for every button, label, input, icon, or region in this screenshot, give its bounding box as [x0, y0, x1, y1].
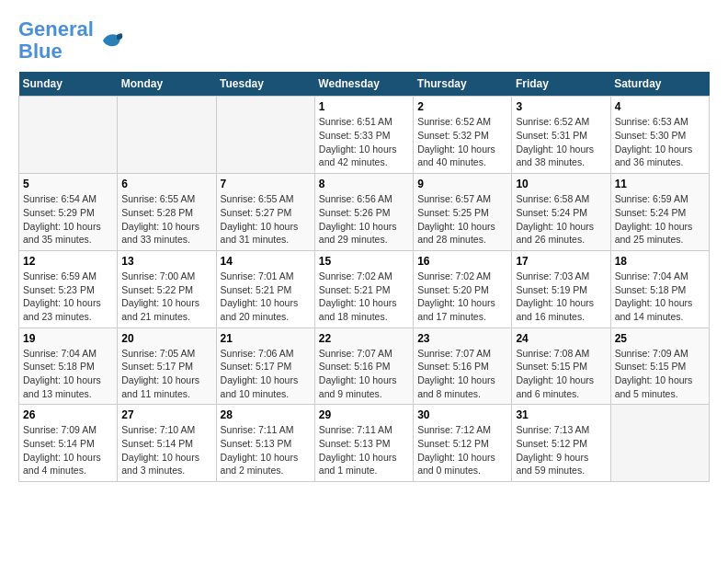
day-number: 5	[23, 178, 113, 190]
day-number: 30	[417, 408, 507, 421]
calendar-cell: 19Sunrise: 7:04 AM Sunset: 5:18 PM Dayli…	[19, 327, 118, 405]
day-number: 27	[121, 408, 211, 421]
day-number: 21	[221, 332, 311, 345]
calendar-cell	[19, 97, 118, 174]
day-number: 23	[417, 332, 507, 345]
day-info: Sunrise: 7:11 AM Sunset: 5:13 PM Dayligh…	[221, 423, 311, 477]
day-number: 18	[615, 255, 705, 268]
day-info: Sunrise: 6:55 AM Sunset: 5:27 PM Dayligh…	[221, 192, 311, 247]
day-info: Sunrise: 6:55 AM Sunset: 5:28 PM Dayligh…	[121, 192, 211, 247]
col-header-saturday: Saturday	[610, 72, 709, 97]
day-info: Sunrise: 7:12 AM Sunset: 5:12 PM Dayligh…	[417, 423, 507, 477]
day-number: 3	[516, 100, 606, 113]
calendar-cell: 22Sunrise: 7:07 AM Sunset: 5:16 PM Dayli…	[314, 327, 413, 405]
day-info: Sunrise: 7:03 AM Sunset: 5:19 PM Dayligh…	[516, 270, 606, 324]
day-info: Sunrise: 7:09 AM Sunset: 5:14 PM Dayligh…	[23, 423, 113, 477]
calendar-cell: 12Sunrise: 6:59 AM Sunset: 5:23 PM Dayli…	[19, 250, 118, 327]
logo-text: General Blue	[18, 18, 94, 63]
day-info: Sunrise: 6:59 AM Sunset: 5:23 PM Dayligh…	[23, 270, 113, 324]
calendar-cell: 5Sunrise: 6:54 AM Sunset: 5:29 PM Daylig…	[19, 174, 118, 251]
calendar-cell: 27Sunrise: 7:10 AM Sunset: 5:14 PM Dayli…	[118, 405, 216, 482]
day-info: Sunrise: 7:13 AM Sunset: 5:12 PM Dayligh…	[516, 423, 606, 477]
day-number: 4	[615, 100, 705, 113]
calendar-cell: 8Sunrise: 6:56 AM Sunset: 5:26 PM Daylig…	[314, 174, 413, 251]
day-info: Sunrise: 7:04 AM Sunset: 5:18 PM Dayligh…	[23, 347, 113, 401]
week-row-3: 12Sunrise: 6:59 AM Sunset: 5:23 PM Dayli…	[19, 250, 710, 327]
day-number: 11	[615, 178, 705, 190]
day-number: 8	[319, 178, 409, 190]
day-info: Sunrise: 6:57 AM Sunset: 5:25 PM Dayligh…	[417, 192, 507, 247]
col-header-thursday: Thursday	[414, 72, 512, 97]
day-number: 28	[221, 408, 311, 421]
day-info: Sunrise: 6:52 AM Sunset: 5:32 PM Dayligh…	[417, 115, 507, 169]
day-info: Sunrise: 7:10 AM Sunset: 5:14 PM Dayligh…	[121, 423, 211, 477]
col-header-wednesday: Wednesday	[314, 72, 413, 97]
calendar-cell: 26Sunrise: 7:09 AM Sunset: 5:14 PM Dayli…	[19, 405, 118, 482]
day-info: Sunrise: 6:54 AM Sunset: 5:29 PM Dayligh…	[23, 192, 113, 247]
page: General Blue SundayMondayTuesdayWednesda…	[0, 0, 728, 491]
day-info: Sunrise: 7:05 AM Sunset: 5:17 PM Dayligh…	[121, 347, 211, 401]
header: General Blue	[18, 18, 710, 63]
calendar-body: 1Sunrise: 6:51 AM Sunset: 5:33 PM Daylig…	[19, 97, 710, 482]
day-info: Sunrise: 6:56 AM Sunset: 5:26 PM Dayligh…	[319, 192, 409, 247]
calendar-cell: 2Sunrise: 6:52 AM Sunset: 5:32 PM Daylig…	[414, 97, 512, 174]
week-row-4: 19Sunrise: 7:04 AM Sunset: 5:18 PM Dayli…	[19, 327, 710, 405]
calendar-cell: 7Sunrise: 6:55 AM Sunset: 5:27 PM Daylig…	[216, 174, 314, 251]
calendar-cell: 14Sunrise: 7:01 AM Sunset: 5:21 PM Dayli…	[216, 250, 314, 327]
day-number: 14	[221, 255, 311, 268]
calendar-table: SundayMondayTuesdayWednesdayThursdayFrid…	[18, 72, 710, 482]
day-number: 9	[417, 178, 507, 190]
calendar-cell: 31Sunrise: 7:13 AM Sunset: 5:12 PM Dayli…	[512, 405, 610, 482]
calendar-cell: 9Sunrise: 6:57 AM Sunset: 5:25 PM Daylig…	[414, 174, 512, 251]
logo-bird-icon	[97, 27, 125, 54]
day-number: 13	[121, 255, 211, 268]
logo-blue: Blue	[18, 40, 63, 63]
calendar-cell: 23Sunrise: 7:07 AM Sunset: 5:16 PM Dayli…	[414, 327, 512, 405]
calendar-cell: 24Sunrise: 7:08 AM Sunset: 5:15 PM Dayli…	[512, 327, 610, 405]
calendar-cell: 15Sunrise: 7:02 AM Sunset: 5:21 PM Dayli…	[314, 250, 413, 327]
calendar-cell: 13Sunrise: 7:00 AM Sunset: 5:22 PM Dayli…	[118, 250, 216, 327]
day-number: 2	[417, 100, 507, 113]
day-info: Sunrise: 7:07 AM Sunset: 5:16 PM Dayligh…	[417, 347, 507, 401]
day-number: 20	[121, 332, 211, 345]
day-info: Sunrise: 7:06 AM Sunset: 5:17 PM Dayligh…	[221, 347, 311, 401]
day-info: Sunrise: 7:08 AM Sunset: 5:15 PM Dayligh…	[516, 347, 606, 401]
calendar-cell: 1Sunrise: 6:51 AM Sunset: 5:33 PM Daylig…	[314, 97, 413, 174]
calendar-cell: 29Sunrise: 7:11 AM Sunset: 5:13 PM Dayli…	[314, 405, 413, 482]
day-info: Sunrise: 7:09 AM Sunset: 5:15 PM Dayligh…	[615, 347, 705, 401]
day-number: 29	[319, 408, 409, 421]
calendar-cell: 3Sunrise: 6:52 AM Sunset: 5:31 PM Daylig…	[512, 97, 610, 174]
calendar-cell: 25Sunrise: 7:09 AM Sunset: 5:15 PM Dayli…	[610, 327, 709, 405]
day-number: 25	[615, 332, 705, 345]
day-number: 31	[516, 408, 606, 421]
day-info: Sunrise: 7:11 AM Sunset: 5:13 PM Dayligh…	[319, 423, 409, 477]
calendar-cell: 4Sunrise: 6:53 AM Sunset: 5:30 PM Daylig…	[610, 97, 709, 174]
day-info: Sunrise: 6:51 AM Sunset: 5:33 PM Dayligh…	[319, 115, 409, 169]
calendar-cell	[216, 97, 314, 174]
day-info: Sunrise: 7:00 AM Sunset: 5:22 PM Dayligh…	[121, 270, 211, 324]
day-info: Sunrise: 6:58 AM Sunset: 5:24 PM Dayligh…	[516, 192, 606, 247]
col-header-tuesday: Tuesday	[216, 72, 314, 97]
week-row-5: 26Sunrise: 7:09 AM Sunset: 5:14 PM Dayli…	[19, 405, 710, 482]
day-number: 12	[23, 255, 113, 268]
day-info: Sunrise: 6:59 AM Sunset: 5:24 PM Dayligh…	[615, 192, 705, 247]
calendar-cell: 16Sunrise: 7:02 AM Sunset: 5:20 PM Dayli…	[414, 250, 512, 327]
calendar-cell: 17Sunrise: 7:03 AM Sunset: 5:19 PM Dayli…	[512, 250, 610, 327]
calendar-cell: 6Sunrise: 6:55 AM Sunset: 5:28 PM Daylig…	[118, 174, 216, 251]
week-row-2: 5Sunrise: 6:54 AM Sunset: 5:29 PM Daylig…	[19, 174, 710, 251]
day-number: 16	[417, 255, 507, 268]
col-header-friday: Friday	[512, 72, 610, 97]
day-number: 1	[319, 100, 409, 113]
calendar-cell: 21Sunrise: 7:06 AM Sunset: 5:17 PM Dayli…	[216, 327, 314, 405]
logo: General Blue	[18, 18, 125, 63]
day-info: Sunrise: 6:53 AM Sunset: 5:30 PM Dayligh…	[615, 115, 705, 169]
day-number: 17	[516, 255, 606, 268]
calendar-cell: 30Sunrise: 7:12 AM Sunset: 5:12 PM Dayli…	[414, 405, 512, 482]
calendar-cell	[610, 405, 709, 482]
day-info: Sunrise: 7:02 AM Sunset: 5:20 PM Dayligh…	[417, 270, 507, 324]
calendar-cell	[118, 97, 216, 174]
calendar-cell: 20Sunrise: 7:05 AM Sunset: 5:17 PM Dayli…	[118, 327, 216, 405]
logo-general: General	[18, 17, 94, 40]
day-number: 15	[319, 255, 409, 268]
day-number: 19	[23, 332, 113, 345]
